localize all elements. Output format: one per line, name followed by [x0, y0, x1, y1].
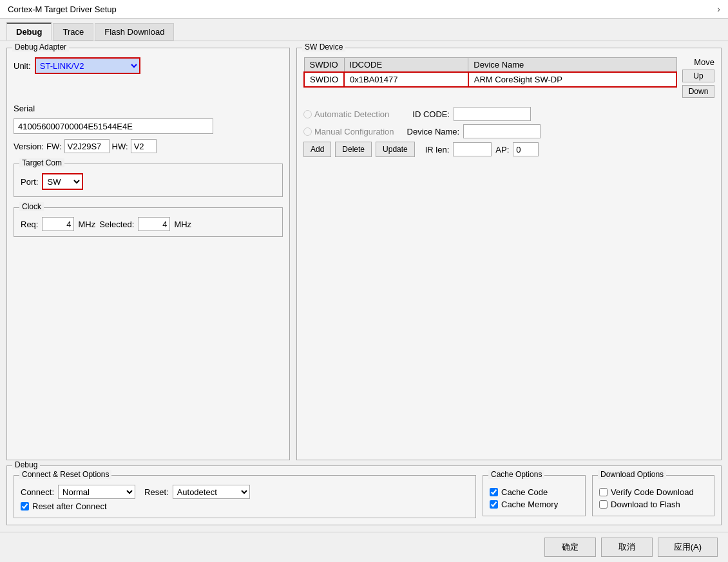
selected-input[interactable] [138, 217, 170, 231]
fw-input[interactable] [64, 139, 110, 153]
clock-legend: Clock [19, 202, 44, 211]
clock-row: Req: MHz Selected: MHz [21, 217, 276, 231]
bottom-debug-panel: Debug Connect & Reset Options Connect: N… [6, 465, 722, 525]
device-name-input[interactable] [463, 124, 541, 138]
auto-detect-label[interactable]: Automatic Detection [303, 109, 389, 119]
version-label: Version: [14, 142, 44, 151]
auto-detect-radio[interactable] [303, 110, 312, 118]
ok-button[interactable]: 确定 [544, 538, 596, 557]
target-com-group: Target Com Port: SW JTAG [14, 164, 283, 197]
cache-memory-label: Cache Memory [501, 500, 558, 509]
reset-after-connect-row: Reset after Connect [21, 501, 469, 511]
cache-memory-row: Cache Memory [490, 500, 579, 509]
up-button[interactable]: Up [682, 70, 714, 82]
connect-reset-legend: Connect & Reset Options [19, 470, 111, 479]
col-device-name: Device Name [468, 58, 676, 73]
expand-icon: › [717, 4, 720, 14]
bottom-inner: Connect & Reset Options Connect: Normal … [14, 475, 714, 518]
download-to-flash-row: Download to Flash [599, 500, 707, 509]
irlen-input[interactable] [453, 142, 492, 156]
verify-code-label: Verify Code Download [611, 487, 694, 497]
move-label: Move [694, 57, 714, 67]
req-input[interactable] [42, 217, 74, 231]
req-label: Req: [21, 220, 38, 229]
clock-group: Clock Req: MHz Selected: MHz [14, 207, 283, 237]
verify-code-checkbox[interactable] [599, 488, 608, 496]
cache-memory-checkbox[interactable] [490, 500, 498, 509]
download-options-group: Download Options Verify Code Download Do… [592, 475, 714, 516]
update-button[interactable]: Update [376, 142, 415, 157]
table-row[interactable]: SWDIO 0x1BA01477 ARM CoreSight SW-DP [304, 72, 676, 87]
add-button[interactable]: Add [303, 142, 331, 157]
sw-move-buttons: Move Up Down [682, 57, 714, 98]
unit-select[interactable]: ST-LINK/V2 ST-LINK/V3 J-LINK [36, 59, 139, 73]
debug-adapter-legend: Debug Adapter [12, 42, 69, 52]
unit-select-wrapper[interactable]: ST-LINK/V2 ST-LINK/V3 J-LINK [35, 57, 140, 74]
serial-label: Serial [14, 104, 35, 113]
bottom-debug-legend: Debug [12, 460, 40, 469]
port-select-wrapper[interactable]: SW JTAG [42, 173, 83, 190]
unit-row: Unit: ST-LINK/V2 ST-LINK/V3 J-LINK [14, 57, 283, 74]
sw-device-legend: SW Device [302, 42, 345, 52]
sw-table-wrapper: SWDIO IDCODE Device Name SWDIO 0x1BA0147… [303, 57, 714, 98]
version-row: Version: FW: HW: [14, 139, 283, 153]
cell-idcode: 0x1BA01477 [344, 72, 468, 87]
download-to-flash-checkbox[interactable] [599, 500, 608, 509]
reset-select[interactable]: Autodetect SW Reset HW Reset [173, 485, 250, 499]
sw-table-area: SWDIO IDCODE Device Name SWDIO 0x1BA0147… [303, 57, 677, 98]
selected-label: Selected: [99, 220, 134, 229]
hw-label: HW: [112, 142, 128, 151]
cancel-button[interactable]: 取消 [601, 538, 653, 557]
serial-value: 410056000700004E51544E4E [14, 118, 213, 134]
col-swdio: SWDIO [304, 58, 344, 73]
manual-config-radio[interactable] [303, 127, 312, 136]
auto-detect-row: Automatic Detection ID CODE: [303, 107, 714, 121]
hw-input[interactable] [131, 139, 157, 153]
cell-swdio: SWDIO [304, 72, 344, 87]
ap-input[interactable] [513, 142, 539, 156]
top-panels: Debug Adapter Unit: ST-LINK/V2 ST-LINK/V… [6, 48, 722, 460]
reset-label: Reset: [144, 487, 169, 497]
idcode-input[interactable] [454, 107, 531, 121]
port-label: Port: [21, 177, 38, 187]
cache-code-checkbox[interactable] [490, 488, 498, 496]
manual-config-label[interactable]: Manual Configuration [303, 127, 394, 136]
reset-after-connect-label: Reset after Connect [32, 501, 107, 511]
port-row: Port: SW JTAG [21, 173, 276, 190]
verify-code-row: Verify Code Download [599, 487, 707, 497]
tab-flash-download[interactable]: Flash Download [95, 23, 174, 41]
tabs-bar: Debug Trace Flash Download [0, 19, 728, 41]
down-button[interactable]: Down [682, 85, 714, 98]
cell-device-name: ARM CoreSight SW-DP [468, 72, 676, 87]
serial-label-row: Serial [14, 104, 283, 113]
connect-label: Connect: [21, 487, 54, 497]
sw-config-area: Automatic Detection ID CODE: Manual Conf… [303, 107, 714, 157]
port-select[interactable]: SW JTAG [43, 174, 82, 189]
tab-trace[interactable]: Trace [53, 23, 93, 41]
sw-device-panel: SW Device SWDIO IDCODE Device Name [296, 48, 722, 460]
req-unit: MHz [78, 220, 95, 229]
delete-button[interactable]: Delete [335, 142, 372, 157]
manual-config-row: Manual Configuration Device Name: [303, 124, 714, 138]
footer-bar: 确定 取消 应用(A) [0, 532, 728, 562]
window-title: Cortex-M Target Driver Setup [8, 5, 117, 14]
apply-button[interactable]: 应用(A) [658, 538, 718, 557]
download-to-flash-label: Download to Flash [611, 500, 680, 509]
sw-device-table: SWDIO IDCODE Device Name SWDIO 0x1BA0147… [303, 57, 677, 88]
debug-adapter-panel: Debug Adapter Unit: ST-LINK/V2 ST-LINK/V… [6, 48, 290, 460]
id-code-label: ID CODE: [412, 109, 450, 119]
unit-label: Unit: [14, 61, 31, 71]
target-com-legend: Target Com [19, 158, 64, 167]
device-name-label: Device Name: [407, 127, 460, 136]
cache-options-group: Cache Options Cache Code Cache Memory [483, 475, 586, 516]
tab-debug[interactable]: Debug [6, 23, 52, 41]
cache-options-legend: Cache Options [488, 470, 544, 479]
ap-label: AP: [495, 145, 509, 155]
connect-select[interactable]: Normal with Pre-reset Under Reset [58, 485, 135, 499]
serial-row: 410056000700004E51544E4E [14, 118, 283, 134]
connect-reset-group: Connect & Reset Options Connect: Normal … [14, 475, 476, 518]
reset-after-connect-checkbox[interactable] [21, 502, 29, 510]
cache-code-row: Cache Code [490, 487, 579, 497]
connect-row: Connect: Normal with Pre-reset Under Res… [21, 485, 469, 499]
download-options-legend: Download Options [598, 470, 666, 479]
